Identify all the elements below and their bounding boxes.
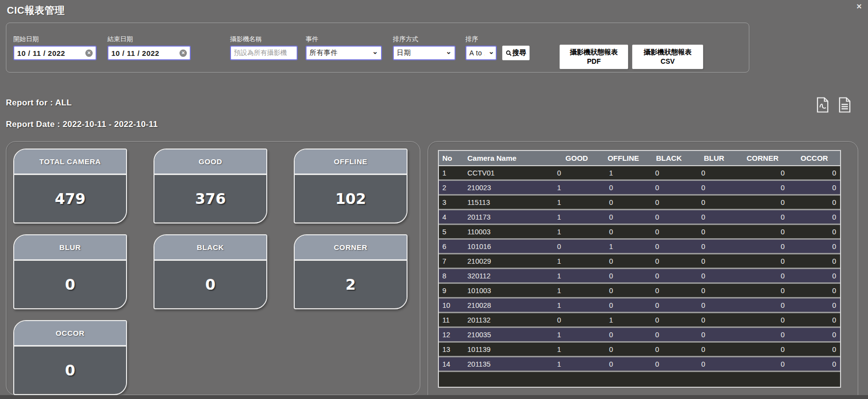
stat-card-value: 2 bbox=[295, 261, 407, 308]
camera-name-cell: 201132 bbox=[461, 313, 553, 328]
count-cell: 0 bbox=[789, 254, 840, 269]
row-number-cell: 12 bbox=[439, 328, 461, 343]
clear-icon[interactable]: ✕ bbox=[85, 50, 93, 57]
end-date-input[interactable]: 10 / 11 / 2022 ✕ bbox=[107, 46, 191, 60]
camera-status-report-csv-button[interactable]: 攝影機狀態報表 CSV bbox=[632, 45, 703, 69]
table-panel: NoCamera NameGOODOFFLINEBLACKBLURCORNERO… bbox=[428, 141, 858, 399]
table-row: 12210035100000 bbox=[439, 328, 840, 343]
count-cell: 0 bbox=[737, 196, 789, 210]
chevron-down-icon: ⌄ bbox=[372, 49, 378, 54]
row-number-cell: 5 bbox=[439, 225, 461, 240]
count-cell: 0 bbox=[737, 181, 789, 196]
count-cell: 0 bbox=[737, 357, 789, 372]
count-cell: 0 bbox=[789, 181, 840, 196]
clear-icon[interactable]: ✕ bbox=[179, 50, 187, 57]
search-button[interactable]: 搜尋 bbox=[502, 46, 530, 60]
count-cell: 0 bbox=[691, 254, 737, 269]
stat-grid: TOTAL CAMERA479GOOD376OFFLINE102BLUR0BLA… bbox=[13, 149, 415, 399]
camera-name-placeholder: 預設為所有攝影機 bbox=[234, 49, 287, 57]
stat-card: CORNER2 bbox=[294, 234, 408, 309]
sort-order-label: 排序 bbox=[465, 35, 497, 46]
count-cell bbox=[461, 372, 553, 387]
camera-name-group: 攝影機名稱 預設為所有攝影機 bbox=[230, 35, 298, 60]
csv-button-line1: 攝影機狀態報表 bbox=[644, 48, 692, 57]
count-cell: 0 bbox=[691, 299, 737, 313]
count-cell: 1 bbox=[553, 343, 600, 357]
count-cell: 0 bbox=[646, 225, 691, 240]
filter-panel: 開始日期 10 / 11 / 2022 ✕ 結束日期 10 / 11 / 202… bbox=[6, 23, 749, 73]
export-icons bbox=[816, 97, 851, 113]
count-cell: 1 bbox=[553, 284, 600, 299]
pdf-file-icon[interactable] bbox=[816, 97, 829, 113]
count-cell: 0 bbox=[600, 254, 646, 269]
camera-name-cell: 115113 bbox=[461, 196, 553, 210]
stat-card-title: GOOD bbox=[154, 150, 266, 175]
count-cell: 0 bbox=[553, 313, 600, 328]
camera-status-report-pdf-button[interactable]: 攝影機狀態報表 PDF bbox=[560, 45, 628, 69]
stat-card-title: CORNER bbox=[295, 235, 407, 261]
camera-name-cell: 201135 bbox=[461, 357, 553, 372]
csv-file-icon[interactable] bbox=[838, 97, 851, 113]
table-row: 8320112100000 bbox=[439, 269, 840, 284]
camera-name-cell: 110003 bbox=[461, 225, 553, 240]
count-cell: 0 bbox=[789, 166, 840, 181]
count-cell bbox=[789, 372, 840, 387]
stat-card-title: BLACK bbox=[154, 235, 266, 261]
count-cell: 0 bbox=[600, 357, 646, 372]
sort-by-select[interactable]: 日期 ⌄ bbox=[393, 46, 456, 60]
row-number-cell: 10 bbox=[439, 299, 461, 313]
count-cell: 1 bbox=[553, 299, 600, 313]
stat-card-title: TOTAL CAMERA bbox=[14, 150, 126, 175]
count-cell: 0 bbox=[646, 328, 691, 343]
count-cell: 1 bbox=[600, 240, 646, 254]
count-cell: 0 bbox=[691, 240, 737, 254]
count-cell: 0 bbox=[737, 254, 789, 269]
column-header: No bbox=[439, 151, 461, 166]
sort-order-selected-value: A to Z bbox=[469, 49, 485, 57]
count-cell: 0 bbox=[789, 240, 840, 254]
count-cell: 0 bbox=[737, 269, 789, 284]
table-row: 13101139100000 bbox=[439, 343, 840, 357]
row-number-cell: 7 bbox=[439, 254, 461, 269]
start-date-group: 開始日期 10 / 11 / 2022 ✕ bbox=[13, 35, 97, 60]
count-cell: 0 bbox=[691, 166, 737, 181]
count-cell: 0 bbox=[691, 357, 737, 372]
camera-name-cell: 101016 bbox=[461, 240, 553, 254]
start-date-input[interactable]: 10 / 11 / 2022 ✕ bbox=[13, 46, 97, 60]
csv-button-line2: CSV bbox=[661, 57, 675, 66]
page: { "window": { "title": "CIC報表管理", "close… bbox=[0, 0, 868, 399]
event-select[interactable]: 所有事件 ⌄ bbox=[306, 46, 382, 60]
count-cell: 0 bbox=[789, 284, 840, 299]
start-date-label: 開始日期 bbox=[13, 35, 97, 46]
count-cell: 0 bbox=[691, 284, 737, 299]
column-header: BLACK bbox=[646, 151, 691, 166]
camera-name-cell: 101003 bbox=[461, 284, 553, 299]
end-date-label: 結束日期 bbox=[107, 35, 191, 46]
row-number-cell: 3 bbox=[439, 196, 461, 210]
report-date-text: Report Date : 2022-10-11 - 2022-10-11 bbox=[6, 120, 158, 129]
count-cell: 0 bbox=[691, 343, 737, 357]
camera-name-cell: 210023 bbox=[461, 181, 553, 196]
count-cell: 0 bbox=[646, 269, 691, 284]
start-date-value: 10 / 11 / 2022 bbox=[17, 49, 65, 57]
table-row: 2210023100000 bbox=[439, 181, 840, 196]
camera-name-cell: 210028 bbox=[461, 299, 553, 313]
count-cell: 0 bbox=[737, 225, 789, 240]
count-cell: 0 bbox=[600, 269, 646, 284]
camera-name-cell: 320112 bbox=[461, 269, 553, 284]
stats-panel: TOTAL CAMERA479GOOD376OFFLINE102BLUR0BLA… bbox=[6, 141, 420, 395]
count-cell: 0 bbox=[600, 225, 646, 240]
camera-status-table: NoCamera NameGOODOFFLINEBLACKBLURCORNERO… bbox=[438, 150, 841, 388]
count-cell: 0 bbox=[691, 210, 737, 225]
close-icon[interactable]: ✕ bbox=[856, 2, 862, 10]
sort-by-label: 排序方式 bbox=[393, 35, 456, 46]
stat-card-value: 376 bbox=[154, 175, 266, 222]
count-cell: 0 bbox=[646, 210, 691, 225]
row-number-cell: 1 bbox=[439, 166, 461, 181]
pdf-button-line2: PDF bbox=[587, 57, 601, 66]
sort-order-select[interactable]: A to Z ⌄ bbox=[465, 46, 497, 60]
stat-card-value: 102 bbox=[295, 175, 407, 222]
count-cell: 1 bbox=[553, 225, 600, 240]
camera-name-input[interactable]: 預設為所有攝影機 bbox=[230, 46, 298, 60]
column-header: OFFLINE bbox=[600, 151, 646, 166]
